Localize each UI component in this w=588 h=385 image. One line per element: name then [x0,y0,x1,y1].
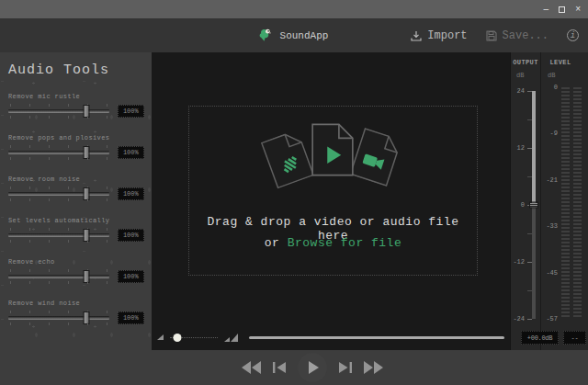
previous-button[interactable] [273,361,287,374]
level-scale-mark: -57 [541,315,558,323]
save-button[interactable]: Save... [486,29,548,42]
info-icon[interactable]: i [567,29,579,41]
file-dropzone[interactable]: Drag & drop a video or audio file here o… [188,106,478,276]
tool-label: Remove wind noise [8,300,144,307]
slider-handle[interactable] [84,229,90,242]
audio-file-icon [260,129,315,189]
tool-label: Remove pops and plosives [8,134,144,142]
tool-slider[interactable] [8,228,109,243]
level-scale-mark: -21 [541,176,558,184]
app-brand: SoundApp [257,18,329,52]
level-led-meter [561,87,582,319]
slider-handle[interactable] [84,146,90,159]
tool-slider[interactable] [8,145,109,160]
fast-forward-button[interactable] [363,361,383,374]
maximize-icon[interactable] [559,6,565,13]
import-download-icon [411,30,422,41]
tool-label: Remove echo [8,258,144,266]
save-label: Save... [503,29,548,42]
slider-track[interactable] [8,316,109,320]
header-actions: Import Save... i [411,18,579,52]
slider-track[interactable] [8,233,109,237]
tool-slider[interactable] [8,104,109,119]
output-scale-mark: 12 [511,144,540,152]
output-scale-minor-tick [511,287,540,294]
meter-panel: OUTPUT LEVEL dB dB 24120-12-24 0-9-21-33… [510,52,588,350]
slider-handle[interactable] [84,187,90,200]
level-scale-mark: -33 [541,222,558,230]
volume-high-icon [224,334,238,342]
output-unit-label: dB [516,72,524,79]
level-scale-mark: -9 [541,130,558,137]
import-label: Import [427,29,467,42]
output-scale-mark: -12 [511,258,540,266]
output-meter-label: OUTPUT [511,59,540,66]
volume-low-icon [157,334,164,340]
sidebar-title: Audio Tools [8,62,144,78]
app-header: SoundApp Import Save... i [0,18,588,52]
video-file-icon [348,128,402,187]
level-readout: -- [563,331,586,345]
tool-slider[interactable] [8,269,109,284]
slider-handle[interactable] [84,270,90,283]
minimize-icon[interactable]: – [544,5,549,14]
tool-value: 100% [118,229,144,242]
rewind-button[interactable] [242,361,262,374]
parrot-logo-icon [257,28,275,44]
tool-remove-mic-rustle: Remove mic rustle100% [8,93,144,134]
output-scale-minor-tick [511,116,540,123]
output-readout: +00.0dB [521,331,559,345]
main-area: Drag & drop a video or audio file here o… [152,52,510,350]
tool-label: Set levels automatically [8,217,144,224]
fast-forward-icon [363,361,383,374]
slider-track[interactable] [8,151,109,154]
slider-handle[interactable] [84,105,90,118]
tool-value: 100% [118,187,144,200]
skip-back-icon [273,361,287,374]
tool-label: Remove room noise [8,176,144,183]
seek-bar[interactable] [249,336,504,339]
import-button[interactable]: Import [411,29,467,42]
level-meter-label: LEVEL [541,59,580,66]
play-button[interactable] [298,353,327,382]
dropzone-or-text: or [265,236,288,250]
slider-track[interactable] [8,192,109,196]
level-scale-mark: 0 [541,84,558,91]
tool-value: 100% [118,146,144,159]
audio-tools-sidebar: Audio Tools Remove mic rustle100%Remove … [0,52,152,350]
next-button[interactable] [338,361,352,374]
output-fader-fill [532,91,536,205]
close-icon[interactable]: × [575,5,581,14]
level-led-right [573,87,582,319]
slider-track[interactable] [8,275,109,278]
soundapp-window: – × SoundApp Import [0,0,588,385]
play-icon [309,361,319,374]
tool-set-levels-automatically: Set levels automatically100% [8,217,144,258]
tool-slider[interactable] [8,187,109,201]
slider-handle[interactable] [84,311,90,324]
level-unit-label: dB [548,72,555,79]
skip-forward-icon [338,361,352,374]
output-scale-mark: 24 [511,87,540,95]
transport-controls [138,350,487,385]
tool-remove-echo: Remove echo100% [8,258,144,300]
file-icons-group [260,123,407,208]
slider-track[interactable] [8,109,109,113]
tool-value: 100% [118,270,144,283]
save-floppy-icon [486,30,497,41]
media-file-icon [311,123,354,176]
tool-value: 100% [118,311,144,324]
tool-slider[interactable] [8,311,109,325]
app-name: SoundApp [280,30,329,41]
output-scale-minor-tick [511,230,540,237]
level-scale-mark: -45 [541,269,558,277]
rewind-icon [242,361,262,374]
tool-label: Remove mic rustle [8,93,144,100]
tools-list: Remove mic rustle100%Remove pops and plo… [8,93,144,341]
output-fader-handle[interactable] [529,202,538,209]
volume-slider[interactable] [170,337,218,338]
level-scale: 0-9-21-33-45-57 [541,87,558,319]
volume-knob[interactable] [174,334,182,342]
browse-for-file-link[interactable]: Browse for file [288,236,402,250]
output-scale-mark: -24 [511,315,540,323]
